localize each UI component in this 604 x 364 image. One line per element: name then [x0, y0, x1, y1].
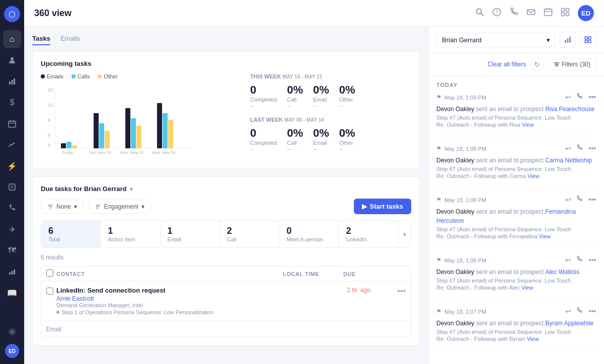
more-icon-4[interactable]: •••: [588, 256, 596, 264]
sequence-text: Step 1 of Operations Persona Sequence: L…: [61, 309, 213, 315]
reply-icon-3[interactable]: ↩: [565, 196, 571, 204]
reply-icon-5[interactable]: ↩: [565, 307, 571, 316]
count-call[interactable]: 2 Call: [220, 221, 279, 247]
search-icon[interactable]: [475, 8, 484, 19]
more-icon-1[interactable]: •••: [588, 93, 596, 102]
filters-button[interactable]: Filters (30): [548, 58, 596, 70]
chart-view-button[interactable]: [560, 32, 576, 48]
refresh-icon: ↻: [534, 60, 540, 68]
sidebar-item-deals[interactable]: [3, 72, 21, 90]
grid-view-button[interactable]: [580, 32, 596, 48]
sidebar-item-users[interactable]: [3, 51, 21, 69]
reply-icon-4[interactable]: ↩: [565, 256, 571, 264]
contact-name: Brian Gerrard: [442, 36, 482, 44]
activity-time-3: ⚑ May 18, 1:08 PM: [436, 197, 486, 203]
view-link-5[interactable]: View: [527, 336, 539, 342]
prospect-5[interactable]: Byram Applewhite: [545, 320, 593, 327]
count-total[interactable]: 6 Total: [41, 221, 101, 247]
prospect-2[interactable]: Carma Nettleship: [545, 157, 592, 164]
sidebar-item-send[interactable]: ✈: [3, 220, 21, 238]
phone-action-icon-2[interactable]: [576, 144, 583, 153]
start-tasks-button[interactable]: ▶ Start tasks: [354, 199, 411, 214]
mail-icon[interactable]: [526, 8, 536, 19]
row-more-button[interactable]: •••: [397, 287, 406, 296]
svg-text:12: 12: [48, 103, 53, 108]
count-linkedin[interactable]: 2 LinkedIn: [339, 221, 398, 247]
prospect-1[interactable]: Riva Pearechouse: [545, 106, 594, 113]
user-menu-button[interactable]: ED: [578, 5, 594, 21]
clear-filters-button[interactable]: Clear all filters: [488, 61, 526, 68]
phone-action-icon-5[interactable]: [576, 307, 583, 316]
row-person[interactable]: Arnie Eastcott: [56, 295, 286, 302]
sidebar-item-settings[interactable]: [3, 323, 21, 341]
legend-emails: Emails: [41, 73, 63, 79]
sidebar: ⬡ ⌂ $ ⚡ ✈ 🗺 📖 ED: [0, 0, 24, 364]
last-week-completed: 0 Completed --: [250, 127, 277, 152]
count-email-label: Email: [168, 236, 212, 242]
more-icon-2[interactable]: •••: [588, 144, 596, 153]
sidebar-item-calls[interactable]: [3, 199, 21, 217]
view-link-1[interactable]: View: [522, 122, 534, 128]
phone-icon[interactable]: [509, 8, 518, 19]
filter-none-button[interactable]: None ▾: [41, 200, 84, 214]
legend-label-calls: Calls: [78, 73, 90, 79]
row-checkbox[interactable]: [46, 287, 56, 296]
more-icon-5[interactable]: •••: [588, 307, 596, 316]
grid-icon[interactable]: [561, 8, 570, 19]
this-week-completed-label: Completed: [250, 97, 277, 103]
sidebar-item-revenue[interactable]: $: [3, 94, 21, 112]
reply-icon-2[interactable]: ↩: [565, 144, 571, 153]
activity-time-2: ⚑ May 18, 1:08 PM: [436, 145, 486, 152]
row-type-label: Email: [46, 326, 61, 333]
filter-engagement-button[interactable]: Engagement ▾: [89, 200, 151, 214]
tab-tasks[interactable]: Tasks: [32, 35, 50, 45]
svg-rect-47: [163, 113, 168, 148]
due-tasks-header: Due tasks for Brian Gerrard ▾: [41, 185, 411, 193]
app-logo[interactable]: ⬡: [4, 6, 20, 22]
last-week-call-label: Call: [287, 140, 303, 146]
activity-sub-5: Step #7 (Auto email) of Persona Sequence…: [436, 329, 596, 335]
task-counts: 6 Total 1 Action item 1 Email 2 Call: [41, 220, 411, 248]
reply-icon-1[interactable]: ↩: [565, 93, 571, 102]
phone-action-icon-4[interactable]: [576, 256, 583, 264]
contact-selector[interactable]: Brian Gerrard ▾: [436, 33, 556, 47]
sidebar-item-book[interactable]: 📖: [3, 284, 21, 302]
sidebar-item-home[interactable]: ⌂: [3, 30, 21, 48]
svg-rect-38: [94, 113, 99, 148]
user-avatar[interactable]: ED: [5, 344, 19, 358]
view-link-4[interactable]: View: [521, 285, 534, 291]
count-email[interactable]: 1 Email: [161, 221, 220, 247]
view-link-2[interactable]: View: [527, 173, 540, 179]
legend-dot-other: [98, 74, 102, 78]
sidebar-item-reports[interactable]: [3, 262, 21, 281]
due-tasks-arrow-icon[interactable]: ▾: [130, 186, 133, 193]
phone-action-icon-3[interactable]: [576, 196, 583, 204]
sidebar-item-tasks[interactable]: [3, 178, 21, 196]
count-meet[interactable]: 0 Meet in person: [279, 221, 339, 247]
activity-header-1: ⚑ May 18, 1:09 PM ↩ •••: [436, 93, 596, 102]
count-nav[interactable]: ›: [399, 221, 411, 247]
tab-emails[interactable]: Emails: [60, 35, 80, 45]
sidebar-item-map[interactable]: 🗺: [3, 241, 21, 259]
more-icon-3[interactable]: •••: [588, 196, 596, 204]
view-link-3[interactable]: View: [539, 233, 551, 239]
svg-rect-1: [12, 80, 13, 84]
prospect-4[interactable]: Alec Watkiss: [545, 268, 579, 276]
row-role: Demand Generation Manager, Intel: [56, 302, 286, 308]
calendar-icon[interactable]: [544, 8, 553, 19]
help-icon[interactable]: ?: [492, 8, 501, 19]
legend-label-emails: Emails: [47, 73, 63, 79]
sidebar-item-sequences[interactable]: ⚡: [3, 157, 21, 175]
svg-rect-34: [61, 143, 66, 148]
activity-text-2: Devon Oakley sent an email to prospect C…: [436, 156, 596, 165]
row-local-time: [286, 287, 347, 288]
header-checkbox[interactable]: [46, 269, 56, 278]
this-week-completed: 0 Completed --: [250, 83, 277, 109]
sidebar-item-calendar[interactable]: [3, 115, 21, 133]
count-action-number: 1: [108, 226, 153, 236]
sidebar-item-analytics[interactable]: [3, 136, 21, 154]
count-action-item[interactable]: 1 Action item: [101, 221, 160, 247]
phone-action-icon-1[interactable]: [576, 93, 583, 102]
refresh-button[interactable]: ↻: [530, 57, 544, 71]
activity-feed: TODAY ⚑ May 18, 1:09 PM ↩ ••: [428, 76, 604, 364]
